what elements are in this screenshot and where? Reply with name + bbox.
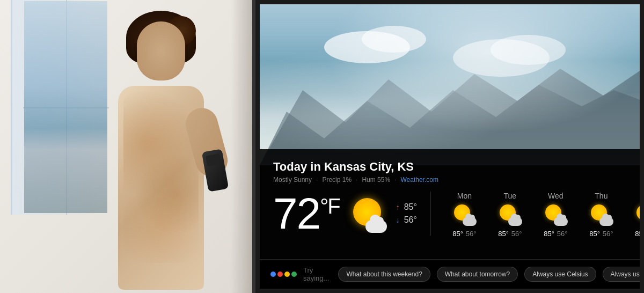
forecast-icon-tue: [498, 203, 522, 227]
forecast-day-name-mon: Mon: [457, 192, 472, 200]
dot-yellow: [284, 272, 290, 277]
forecast-icon-wed: [544, 203, 568, 227]
svg-point-2: [453, 39, 550, 77]
arrow-up-icon: ↑: [396, 203, 400, 211]
weather-humidity: Hum 55%: [362, 176, 390, 184]
weather-panel: Today in Kansas City, KS Mostly Sunny · …: [260, 149, 640, 289]
suggestion-chip-2[interactable]: Always use Celsius: [524, 267, 596, 282]
forecast-day-mon: Mon 85° 56°: [442, 192, 487, 238]
weather-source: Weather.com: [400, 176, 438, 184]
forecast-cloud-mon: [463, 217, 477, 226]
forecast-temps-tue: 85° 56°: [498, 230, 522, 238]
forecast-cloud-thu: [599, 217, 613, 226]
svg-point-1: [362, 26, 426, 53]
forecast-temps-wed: 85° 56°: [544, 230, 567, 238]
woman-figure: [97, 21, 225, 293]
forecast-day-name-wed: Wed: [548, 192, 564, 200]
temp-low: ↓ 56°: [396, 215, 417, 225]
weather-icon: [348, 194, 388, 234]
suggestion-chip-1[interactable]: What about tomorrow?: [437, 267, 518, 282]
forecast-temps-thu: 85° 56°: [589, 230, 613, 238]
svg-point-0: [324, 31, 410, 63]
separator-1: ·: [316, 176, 318, 184]
mountain-svg: [260, 4, 640, 165]
forecast-day-fri: Fri 85° 56°: [624, 192, 640, 238]
low-temp-value: 56°: [404, 215, 417, 225]
suggestion-chip-0[interactable]: What about this weekend?: [338, 267, 430, 282]
window-light: [11, 0, 97, 215]
weather-subtitle: Mostly Sunny · Precip 1% · Hum 55% · Wea…: [273, 176, 626, 184]
weather-conditions: Mostly Sunny: [273, 176, 312, 184]
weather-content: Today in Kansas City, KS Mostly Sunny · …: [260, 149, 640, 243]
dot-blue: [270, 272, 276, 277]
forecast-day-name-tue: Tue: [504, 192, 517, 200]
separator-3: ·: [394, 176, 396, 184]
weather-precip: Precip 1%: [322, 176, 352, 184]
weather-main-row: 72°F ↑ 85° ↓: [273, 192, 626, 238]
weather-temp-section: 72°F ↑ 85° ↓: [273, 192, 431, 236]
google-assistant-icon: [270, 272, 297, 277]
forecast-day-wed: Wed 85° 56°: [533, 192, 579, 238]
weather-location: Today in Kansas City, KS: [273, 160, 626, 174]
forecast-sun-fri: [636, 204, 640, 221]
arrow-down-icon: ↓: [396, 216, 400, 224]
forecast-icon-mon: [452, 203, 477, 227]
temp-unit: °F: [320, 194, 339, 218]
woman-head: [137, 21, 185, 80]
dot-red: [277, 272, 283, 277]
svg-point-3: [491, 35, 566, 65]
tv-screen: Today in Kansas City, KS Mostly Sunny · …: [260, 4, 640, 289]
suggestion-chip-3[interactable]: Always use Fahrenheit: [603, 267, 640, 282]
tv-container: Today in Kansas City, KS Mostly Sunny · …: [252, 0, 644, 293]
try-saying-label: Try saying...: [303, 266, 329, 282]
forecast-day-thu: Thu 85° 56°: [579, 192, 624, 238]
forecast-icon-fri: [635, 203, 640, 227]
temp-range: ↑ 85° ↓ 56°: [396, 202, 417, 225]
wall-edge: [231, 0, 252, 293]
separator-2: ·: [356, 176, 357, 184]
high-temp-value: 85°: [404, 202, 417, 212]
forecast-cloud-wed: [554, 217, 568, 226]
tv-background-image: [260, 4, 640, 165]
forecast-day-tue: Tue 85° 56°: [487, 192, 533, 238]
forecast-cloud-tue: [508, 217, 522, 226]
temp-high: ↑ 85°: [396, 202, 417, 212]
current-temperature: 72°F: [273, 192, 340, 236]
forecast-temps-mon: 85° 56°: [452, 230, 476, 238]
forecast-section: Mon 85° 56° Tue: [442, 192, 640, 238]
forecast-icon-thu: [589, 203, 613, 227]
assistant-bar: Try saying... What about this weekend? W…: [260, 259, 640, 289]
forecast-day-name-thu: Thu: [595, 192, 608, 200]
cloud-icon: [365, 220, 387, 233]
forecast-temps-fri: 85° 56°: [635, 230, 640, 238]
dot-green: [291, 272, 297, 277]
city-view: [24, 1, 107, 213]
